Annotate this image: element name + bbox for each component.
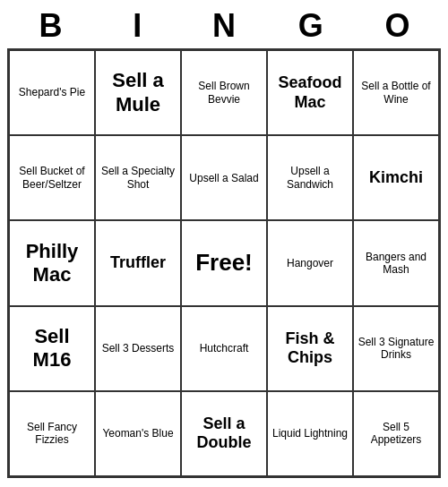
bingo-cell[interactable]: Truffler bbox=[95, 220, 181, 305]
bingo-cell[interactable]: Shepard's Pie bbox=[9, 50, 95, 135]
letter-o: O bbox=[358, 7, 437, 45]
bingo-cell[interactable]: Sell Bucket of Beer/Seltzer bbox=[9, 135, 95, 220]
bingo-cell[interactable]: Sell a Mule bbox=[95, 50, 181, 135]
bingo-cell[interactable]: Upsell a Salad bbox=[181, 135, 267, 220]
bingo-cell[interactable]: Sell a Double bbox=[181, 391, 267, 476]
bingo-cell[interactable]: Upsell a Sandwich bbox=[267, 135, 353, 220]
bingo-cell[interactable]: Sell a Bottle of Wine bbox=[353, 50, 439, 135]
bingo-title: B I N G O bbox=[7, 7, 441, 45]
bingo-cell[interactable]: Philly Mac bbox=[9, 220, 95, 305]
bingo-cell[interactable]: Free! bbox=[181, 220, 267, 305]
bingo-cell[interactable]: Sell 3 Desserts bbox=[95, 306, 181, 391]
bingo-cell[interactable]: Bangers and Mash bbox=[353, 220, 439, 305]
bingo-cell[interactable]: Fish & Chips bbox=[267, 306, 353, 391]
bingo-cell[interactable]: Yeoman's Blue bbox=[95, 391, 181, 476]
bingo-cell[interactable]: Sell 3 Signature Drinks bbox=[353, 306, 439, 391]
bingo-cell[interactable]: Kimchi bbox=[353, 135, 439, 220]
letter-n: N bbox=[185, 7, 263, 45]
letter-b: B bbox=[11, 7, 90, 45]
bingo-cell[interactable]: Hangover bbox=[267, 220, 353, 305]
bingo-cell[interactable]: Liquid Lightning bbox=[267, 391, 353, 476]
letter-g: G bbox=[271, 7, 350, 45]
bingo-cell[interactable]: Sell a Specialty Shot bbox=[95, 135, 181, 220]
bingo-cell[interactable]: Sell M16 bbox=[9, 306, 95, 391]
bingo-cell[interactable]: Sell 5 Appetizers bbox=[353, 391, 439, 476]
bingo-cell[interactable]: Sell Fancy Fizzies bbox=[9, 391, 95, 476]
bingo-cell[interactable]: Sell Brown Bevvie bbox=[181, 50, 267, 135]
bingo-cell[interactable]: Seafood Mac bbox=[267, 50, 353, 135]
bingo-grid: Shepard's PieSell a MuleSell Brown Bevvi… bbox=[7, 48, 441, 478]
letter-i: I bbox=[98, 7, 177, 45]
bingo-cell[interactable]: Hutchcraft bbox=[181, 306, 267, 391]
